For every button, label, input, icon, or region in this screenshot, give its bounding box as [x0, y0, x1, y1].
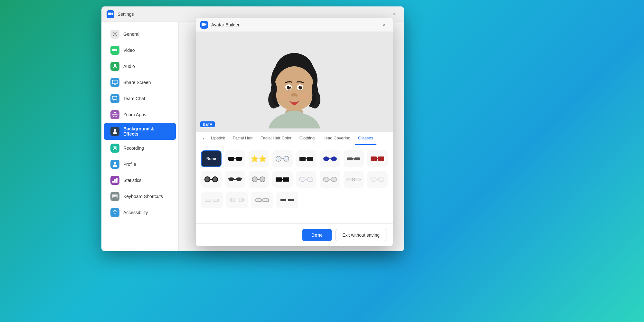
svg-rect-28	[114, 196, 116, 197]
glasses-light-oval[interactable]	[296, 171, 317, 188]
glasses-dark-aviator[interactable]	[225, 150, 245, 167]
glasses-gray-thin[interactable]	[226, 192, 248, 208]
sidebar-icon-accessibility	[110, 208, 119, 217]
sidebar-label-team-chat: Team Chat	[123, 96, 145, 101]
glasses-grid: None ⭐⭐	[196, 145, 393, 223]
avatar-preview-area: BETA	[196, 32, 393, 132]
svg-rect-24	[114, 195, 115, 196]
avatar-titlebar: Avatar Builder ×	[196, 18, 393, 32]
svg-point-30	[114, 210, 116, 211]
glasses-gray-round[interactable]	[249, 171, 269, 188]
svg-point-73	[213, 177, 218, 182]
sidebar-label-statistics: Statistics	[123, 178, 141, 183]
sidebar-item-profile[interactable]: Profile	[104, 156, 176, 172]
tab-navigation: ‹ Lipstick Facial Hair Facial Hair Color…	[196, 132, 393, 145]
glasses-gray-narrow[interactable]	[344, 171, 364, 188]
glasses-red-square[interactable]	[367, 150, 388, 167]
sidebar-item-audio[interactable]: Audio	[104, 59, 176, 74]
svg-line-56	[242, 157, 242, 158]
sidebar-item-zoom-apps[interactable]: Zoom Apps	[104, 107, 176, 122]
svg-point-98	[238, 198, 244, 202]
svg-rect-29	[116, 196, 117, 197]
sidebar-icon-keyboard	[110, 192, 119, 201]
svg-rect-79	[276, 177, 282, 182]
svg-rect-61	[307, 157, 313, 161]
svg-point-35	[284, 110, 305, 122]
tab-nav-prev-button[interactable]: ‹	[201, 133, 206, 144]
sidebar-label-video: Video	[123, 48, 135, 53]
sidebar-item-team-chat[interactable]: Team Chat	[104, 91, 176, 106]
glasses-dark-oval-blue[interactable]	[320, 150, 340, 167]
svg-rect-88	[347, 178, 353, 181]
glasses-gray-rect2[interactable]	[251, 192, 273, 208]
glasses-dark-narrow[interactable]	[344, 150, 364, 167]
svg-point-41	[287, 86, 291, 90]
svg-line-55	[228, 157, 228, 158]
sidebar-item-background[interactable]: Background & Effects	[104, 123, 176, 140]
sidebar-item-general[interactable]: General	[104, 26, 176, 42]
svg-point-85	[323, 177, 329, 182]
sidebar-icon-profile	[110, 160, 119, 169]
sidebar-label-zoom-apps: Zoom Apps	[123, 112, 146, 117]
tab-head-covering[interactable]: Head Covering	[319, 132, 354, 145]
sidebar-icon-share-screen: +	[110, 78, 119, 87]
tab-lipstick[interactable]: Lipstick	[208, 132, 228, 145]
glasses-dark-thin[interactable]	[276, 192, 298, 208]
svg-marker-1	[111, 13, 113, 15]
exit-without-saving-button[interactable]: Exit without saving	[336, 229, 386, 241]
svg-rect-21	[116, 178, 118, 183]
svg-point-57	[276, 156, 281, 161]
tab-glasses[interactable]: Glasses	[355, 132, 376, 145]
svg-point-46	[301, 86, 302, 87]
sidebar-item-statistics[interactable]: Statistics	[104, 173, 176, 188]
svg-rect-19	[112, 181, 114, 183]
svg-rect-95	[213, 199, 219, 201]
sidebar-label-general: General	[123, 32, 139, 37]
sidebar-item-keyboard[interactable]: Keyboard Shortcuts	[104, 189, 176, 204]
glasses-round-black[interactable]	[201, 171, 222, 188]
svg-rect-26	[116, 195, 117, 196]
svg-rect-25	[115, 195, 116, 196]
svg-point-51	[299, 93, 309, 99]
sidebar-label-audio: Audio	[123, 64, 135, 69]
svg-point-77	[260, 177, 265, 182]
glasses-gray-oval[interactable]	[320, 171, 340, 188]
svg-rect-100	[256, 199, 261, 202]
done-button[interactable]: Done	[302, 229, 332, 241]
sidebar-item-accessibility[interactable]: Accessibility	[104, 205, 176, 220]
glasses-dark-wrap[interactable]	[225, 171, 245, 188]
svg-point-43	[288, 86, 289, 88]
svg-point-44	[299, 86, 300, 88]
svg-text:+: +	[114, 81, 115, 83]
glasses-dark-wayfarer[interactable]	[296, 150, 317, 167]
avatar-figure	[259, 35, 330, 128]
tab-facial-hair-color[interactable]: Facial Hair Color	[257, 132, 295, 145]
sidebar-icon-general	[110, 30, 119, 39]
svg-point-50	[280, 93, 289, 99]
glasses-white-oval[interactable]	[367, 171, 388, 188]
glasses-row-3	[201, 192, 388, 208]
svg-point-63	[323, 156, 329, 161]
zoom-logo	[107, 10, 114, 18]
glasses-black-rect[interactable]	[272, 171, 293, 188]
avatar-close-button[interactable]: ×	[380, 21, 388, 29]
settings-close-button[interactable]: ×	[390, 10, 399, 19]
svg-rect-70	[378, 156, 384, 161]
tab-clothing[interactable]: Clothing	[296, 132, 318, 145]
svg-point-76	[252, 177, 257, 182]
svg-rect-3	[112, 49, 116, 51]
glasses-none[interactable]: None	[201, 150, 222, 167]
sidebar-item-video[interactable]: Video	[104, 43, 176, 58]
glasses-row-1: None ⭐⭐	[201, 150, 388, 167]
glasses-none-label: None	[206, 156, 216, 161]
sidebar-label-keyboard: Keyboard Shortcuts	[123, 194, 163, 199]
tab-facial-hair[interactable]: Facial Hair	[230, 132, 256, 145]
glasses-star[interactable]: ⭐⭐	[249, 150, 269, 167]
glasses-round-thin[interactable]	[272, 150, 293, 167]
beta-badge: BETA	[200, 121, 215, 127]
sidebar-item-recording[interactable]: Recording	[104, 140, 176, 156]
sidebar-item-share-screen[interactable]: +Share Screen	[104, 75, 176, 90]
glasses-thin-rect[interactable]	[201, 192, 223, 208]
svg-point-97	[230, 198, 236, 202]
settings-window-title: Settings	[118, 12, 390, 17]
